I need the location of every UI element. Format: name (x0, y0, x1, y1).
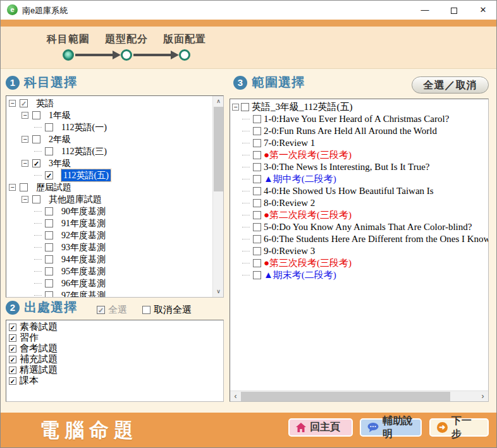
tree-item-label[interactable]: 96年度基測 (61, 277, 106, 289)
tree-checkbox[interactable] (253, 187, 261, 195)
scope-tree-row[interactable]: ●第二次段考(三段考) (232, 209, 488, 221)
tree-item-label[interactable]: ●第二次段考(三段考) (264, 209, 352, 221)
tree-checkbox[interactable] (253, 259, 261, 267)
minimize-button[interactable]: — (410, 1, 439, 20)
tree-item-label[interactable]: 2-0:Fun Runs Are Held All Around the Wor… (264, 125, 437, 137)
tree-checkbox[interactable]: ✓ (32, 159, 40, 167)
source-list-item[interactable]: ✓素養試題 (7, 322, 223, 332)
tree-checkbox[interactable] (253, 151, 261, 159)
source-list-item[interactable]: ✓精選試題 (7, 365, 223, 375)
scope-tree-row[interactable]: 4-0:He Showed Us How Beautiful Taiwan Is (232, 185, 488, 197)
subject-tree-row[interactable]: 112英語(一) (8, 121, 212, 133)
tree-item-label[interactable]: 112英語(一) (61, 121, 107, 133)
tree-item-label[interactable]: 英語 (36, 97, 54, 109)
tree-checkbox[interactable] (32, 135, 40, 143)
step-circle-2[interactable] (121, 49, 132, 61)
tree-collapse-icon[interactable]: − (232, 104, 239, 111)
subject-tree-row[interactable]: 96年度基測 (8, 277, 212, 289)
tree-item-label[interactable]: 93年度基測 (61, 241, 106, 253)
help-button[interactable]: 輔助說明 (360, 418, 422, 437)
scope-tree-row[interactable]: ▲期末考(二段考) (232, 269, 488, 281)
tree-item-label[interactable]: 94年度基測 (61, 253, 106, 265)
subject-tree-row[interactable]: 91年度基測 (8, 217, 212, 229)
tree-checkbox[interactable] (20, 183, 28, 191)
tree-collapse-icon[interactable]: − (21, 160, 28, 167)
scope-tree-row[interactable]: 2-0:Fun Runs Are Held All Around the Wor… (232, 125, 488, 137)
tree-item-label[interactable]: 92年度基測 (61, 229, 106, 241)
scroll-up-icon[interactable]: ∧ (213, 96, 224, 107)
scope-tree-row[interactable]: 5-0:Do You Know Any Animals That Are Col… (232, 221, 488, 233)
subject-tree-row[interactable]: 93年度基測 (8, 241, 212, 253)
tree-checkbox[interactable] (45, 147, 53, 155)
tree-item-label[interactable]: 8-0:Review 2 (264, 197, 315, 209)
scope-tree-row[interactable]: 7-0:Review 1 (232, 137, 488, 149)
tree-item-label[interactable]: ▲期中考(二段考) (264, 173, 336, 185)
tree-item-label[interactable]: ●第一次段考(三段考) (264, 149, 352, 161)
tree-item-label[interactable]: 4-0:He Showed Us How Beautiful Taiwan Is (264, 185, 434, 197)
select-all-checkbox-row[interactable]: ✓ 全選 (97, 304, 127, 316)
tree-checkbox[interactable] (241, 103, 249, 111)
tree-checkbox[interactable]: ✓ (45, 171, 53, 179)
tree-checkbox[interactable] (45, 291, 53, 297)
subject-tree-row[interactable]: −2年級 (8, 133, 212, 145)
tree-item-label[interactable]: 97年度基測 (61, 289, 106, 297)
tree-item-label[interactable]: ▲期末考(二段考) (264, 269, 336, 281)
step-circle-3[interactable] (179, 49, 190, 61)
subject-tree-row[interactable]: −✓英語 (8, 97, 212, 109)
tree-item-label[interactable]: 6-0:The Students Here Are Different from… (264, 233, 488, 245)
tree-item-label[interactable]: 3年級 (49, 157, 71, 169)
tree-checkbox[interactable] (253, 223, 261, 231)
tree-checkbox[interactable] (45, 243, 53, 251)
tree-collapse-icon[interactable]: − (21, 196, 28, 203)
maximize-button[interactable] (439, 1, 469, 20)
scroll-right-icon[interactable]: › (477, 391, 488, 402)
tree-checkbox[interactable] (45, 279, 53, 288)
tree-checkbox[interactable] (32, 111, 40, 119)
source-item-checkbox[interactable]: ✓ (9, 377, 16, 385)
tree-checkbox[interactable] (253, 175, 261, 183)
scope-tree-row[interactable]: ▲期中考(二段考) (232, 173, 488, 185)
tree-item-label[interactable]: 1年級 (49, 109, 71, 121)
tree-checkbox[interactable] (253, 139, 261, 147)
tree-checkbox[interactable] (253, 115, 261, 123)
source-list-item[interactable]: ✓習作 (7, 332, 223, 343)
subject-tree-scrollbar[interactable]: ∧ ∨ (212, 96, 223, 297)
subject-tree-row[interactable]: −其他題庫試題 (8, 193, 212, 205)
tree-checkbox[interactable] (45, 207, 53, 215)
scope-tree-row[interactable]: 9-0:Review 3 (232, 245, 488, 257)
tree-collapse-icon[interactable]: − (21, 136, 28, 143)
source-list-item[interactable]: ✓課本 (7, 375, 223, 386)
next-button[interactable]: ➜ 下一步 (429, 418, 489, 437)
step-circle-1-active[interactable] (63, 49, 74, 61)
tree-checkbox[interactable] (253, 271, 261, 279)
subject-tree-row[interactable]: 95年度基測 (8, 265, 212, 277)
subject-tree-row[interactable]: ✓112英語(五) (8, 169, 212, 181)
source-item-checkbox[interactable]: ✓ (9, 334, 16, 342)
tree-item-label[interactable]: 2年級 (49, 133, 71, 145)
tree-checkbox[interactable] (45, 219, 53, 227)
source-item-checkbox[interactable]: ✓ (9, 356, 16, 363)
subject-tree-row[interactable]: −✓3年級 (8, 157, 212, 169)
tree-checkbox[interactable] (253, 235, 261, 243)
scrollbar-thumb[interactable] (241, 392, 450, 401)
tree-item-label[interactable]: 95年度基測 (61, 265, 106, 277)
tree-item-label[interactable]: 112英語(三) (61, 145, 107, 157)
source-list-item[interactable]: ✓補充試題 (7, 354, 223, 365)
subject-tree-row[interactable]: 92年度基測 (8, 229, 212, 241)
tree-item-label[interactable]: 112英語(五) (61, 169, 111, 181)
tree-checkbox[interactable] (253, 163, 261, 171)
tree-checkbox[interactable] (32, 195, 40, 203)
tree-item-label[interactable]: 歷屆試題 (36, 181, 71, 193)
subject-tree-row[interactable]: 90年度基測 (8, 205, 212, 217)
tree-checkbox[interactable]: ✓ (20, 99, 28, 107)
select-all-checkbox[interactable]: ✓ (97, 306, 105, 314)
tree-checkbox[interactable] (45, 255, 53, 263)
tree-item-label[interactable]: 9-0:Review 3 (264, 245, 315, 257)
scope-tree-row[interactable]: 3-0:The News Is Interesting, But Is It T… (232, 161, 488, 173)
tree-collapse-icon[interactable]: − (21, 112, 28, 119)
tree-collapse-icon[interactable]: − (9, 184, 16, 191)
subject-tree-row[interactable]: −1年級 (8, 109, 212, 121)
tree-checkbox[interactable] (45, 267, 53, 275)
subject-tree-row[interactable]: 94年度基測 (8, 253, 212, 265)
tree-item-label[interactable]: 英語_3年級_112英語(五) (252, 101, 352, 113)
